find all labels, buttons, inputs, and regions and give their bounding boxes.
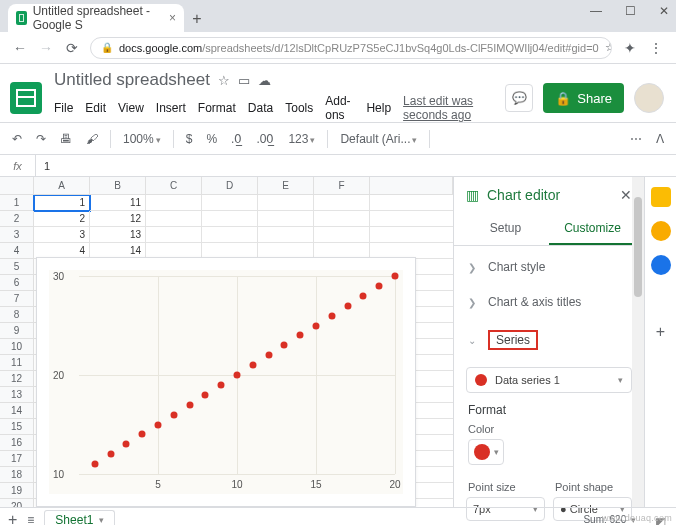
tab-customize[interactable]: Customize <box>549 213 636 245</box>
row-header[interactable]: 10 <box>0 339 34 355</box>
paint-format-button[interactable]: 🖌 <box>82 130 102 148</box>
menu-tools[interactable]: Tools <box>285 101 313 115</box>
menu-view[interactable]: View <box>118 101 144 115</box>
cell[interactable] <box>314 195 370 211</box>
panel-scrollbar[interactable] <box>632 177 644 507</box>
cell[interactable]: 11 <box>90 195 146 211</box>
cell[interactable] <box>258 211 314 227</box>
column-header[interactable]: E <box>258 177 314 194</box>
cell[interactable] <box>202 227 258 243</box>
undo-button[interactable]: ↶ <box>8 130 26 148</box>
menu-addons[interactable]: Add-ons <box>325 94 354 122</box>
cell[interactable] <box>258 195 314 211</box>
menu-format[interactable]: Format <box>198 101 236 115</box>
cell[interactable] <box>146 195 202 211</box>
bookmark-icon[interactable]: ☆ <box>605 41 612 54</box>
star-icon[interactable]: ☆ <box>218 73 230 88</box>
menu-insert[interactable]: Insert <box>156 101 186 115</box>
maximize-button[interactable]: ☐ <box>622 4 638 18</box>
extensions-icon[interactable]: ✦ <box>622 40 638 56</box>
section-chart-style[interactable]: ❯Chart style <box>454 250 644 285</box>
row-header[interactable]: 8 <box>0 307 34 323</box>
row-header[interactable]: 18 <box>0 467 34 483</box>
close-window-button[interactable]: ✕ <box>656 4 672 18</box>
cell[interactable]: 2 <box>34 211 90 227</box>
back-button[interactable]: ← <box>12 40 28 56</box>
percent-button[interactable]: % <box>202 130 221 148</box>
row-header[interactable]: 1 <box>0 195 34 211</box>
column-header[interactable]: C <box>146 177 202 194</box>
column-header[interactable]: D <box>202 177 258 194</box>
move-icon[interactable]: ▭ <box>238 73 250 88</box>
forward-button[interactable]: → <box>38 40 54 56</box>
row-header[interactable]: 15 <box>0 419 34 435</box>
row-header[interactable]: 11 <box>0 355 34 371</box>
reload-button[interactable]: ⟳ <box>64 40 80 56</box>
doc-title[interactable]: Untitled spreadsheet <box>54 70 210 90</box>
row-header[interactable]: 12 <box>0 371 34 387</box>
row-header[interactable]: 7 <box>0 291 34 307</box>
calendar-addon-icon[interactable] <box>651 187 671 207</box>
menu-data[interactable]: Data <box>248 101 273 115</box>
column-header[interactable]: A <box>34 177 90 194</box>
row-header[interactable]: 5 <box>0 259 34 275</box>
cell[interactable] <box>314 227 370 243</box>
cell[interactable] <box>146 227 202 243</box>
sheets-logo-icon[interactable] <box>10 82 42 114</box>
currency-button[interactable]: $ <box>182 130 197 148</box>
spreadsheet-grid[interactable]: ABCDEF1111221233134414567891011121314151… <box>0 177 454 507</box>
color-picker[interactable]: ▾ <box>468 439 504 465</box>
cell[interactable] <box>146 211 202 227</box>
more-formats-button[interactable]: 123▾ <box>284 130 319 148</box>
decrease-decimal-button[interactable]: .0̲ <box>227 130 246 148</box>
cell[interactable]: 1 <box>34 195 90 211</box>
row-header[interactable]: 16 <box>0 435 34 451</box>
minimize-button[interactable]: — <box>588 4 604 18</box>
add-sheet-button[interactable]: + <box>8 511 17 526</box>
new-tab-button[interactable]: + <box>184 6 210 32</box>
close-tab-icon[interactable]: × <box>169 11 176 25</box>
cell[interactable] <box>202 211 258 227</box>
print-button[interactable]: 🖶 <box>56 130 76 148</box>
all-sheets-button[interactable]: ≡ <box>27 513 34 526</box>
row-header[interactable]: 13 <box>0 387 34 403</box>
column-header[interactable]: F <box>314 177 370 194</box>
row-header[interactable]: 9 <box>0 323 34 339</box>
add-addon-button[interactable]: + <box>656 323 665 341</box>
cell[interactable] <box>202 195 258 211</box>
tasks-addon-icon[interactable] <box>651 255 671 275</box>
cell[interactable]: 12 <box>90 211 146 227</box>
zoom-select[interactable]: 100%▾ <box>119 130 165 148</box>
menu-edit[interactable]: Edit <box>85 101 106 115</box>
account-avatar[interactable] <box>634 83 664 113</box>
series-select[interactable]: Data series 1 ▾ <box>466 367 632 393</box>
keep-addon-icon[interactable] <box>651 221 671 241</box>
last-edit-text[interactable]: Last edit was seconds ago <box>403 94 495 122</box>
sheet-tab[interactable]: Sheet1▾ <box>44 510 115 525</box>
section-series[interactable]: ⌄Series <box>454 320 644 361</box>
font-select[interactable]: Default (Ari...▾ <box>336 130 421 148</box>
increase-decimal-button[interactable]: .00̲ <box>252 130 278 148</box>
cell[interactable]: 13 <box>90 227 146 243</box>
row-header[interactable]: 14 <box>0 403 34 419</box>
share-button[interactable]: 🔒 Share <box>543 83 624 113</box>
redo-button[interactable]: ↷ <box>32 130 50 148</box>
row-header[interactable]: 4 <box>0 243 34 259</box>
row-header[interactable]: 3 <box>0 227 34 243</box>
chrome-menu-icon[interactable]: ⋮ <box>648 40 664 56</box>
menu-file[interactable]: File <box>54 101 73 115</box>
row-header[interactable]: 2 <box>0 211 34 227</box>
cell[interactable] <box>314 211 370 227</box>
row-header[interactable]: 20 <box>0 499 34 507</box>
url-field[interactable]: 🔒 docs.google.com/spreadsheets/d/12lsDlt… <box>90 37 612 59</box>
embedded-chart[interactable]: 1020305101520 <box>36 257 416 507</box>
comments-button[interactable]: 💬 <box>505 84 533 112</box>
formula-input[interactable]: 1 <box>36 160 50 172</box>
column-header[interactable]: B <box>90 177 146 194</box>
close-panel-button[interactable]: ✕ <box>620 187 632 203</box>
row-header[interactable]: 17 <box>0 451 34 467</box>
toolbar-more-button[interactable]: ⋯ <box>626 130 646 148</box>
cell[interactable] <box>258 227 314 243</box>
tab-setup[interactable]: Setup <box>462 213 549 245</box>
cell[interactable]: 3 <box>34 227 90 243</box>
